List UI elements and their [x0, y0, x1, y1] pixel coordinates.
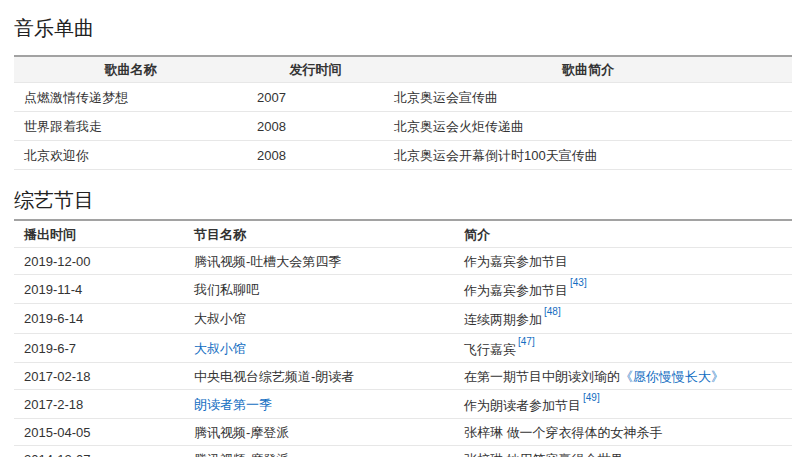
- reference-link[interactable]: [43]: [570, 277, 587, 288]
- intro-text: 飞行嘉宾: [464, 342, 516, 357]
- program-intro: 连续两期参加[48]: [454, 304, 792, 333]
- program-name: 腾讯视频-吐槽大会第四季: [184, 248, 454, 275]
- program-intro: 作为嘉宾参加节目: [454, 248, 792, 275]
- broadcast-time: 2014-12-07: [14, 446, 184, 457]
- program-name: 腾讯视频-摩登派: [184, 446, 454, 457]
- program-intro: 飞行嘉宾[47]: [454, 333, 792, 362]
- column-header-song-intro: 歌曲简介: [384, 56, 792, 83]
- broadcast-time: 2019-6-7: [14, 333, 184, 362]
- program-name-link[interactable]: 大叔小馆: [194, 341, 246, 356]
- song-intro: 北京奥运会火炬传递曲: [384, 112, 792, 141]
- column-header-intro: 简介: [454, 220, 792, 248]
- reference-link[interactable]: [48]: [544, 306, 561, 317]
- broadcast-time: 2017-2-18: [14, 389, 184, 418]
- broadcast-time: 2019-11-4: [14, 275, 184, 304]
- column-header-song-name: 歌曲名称: [14, 56, 247, 83]
- program-name: 大叔小馆: [184, 304, 454, 333]
- table-row: 点燃激情传递梦想 2007 北京奥运会宣传曲: [14, 83, 792, 112]
- table-row: 2017-02-18 中央电视台综艺频道-朗读者 在第一期节目中朗读刘瑜的《愿你…: [14, 362, 792, 389]
- program-intro: 张梓琳 她用笑容赢得全世界: [454, 446, 792, 457]
- reference-link[interactable]: [47]: [518, 336, 535, 347]
- table-header-row: 播出时间 节目名称 简介: [14, 220, 792, 248]
- song-name: 点燃激情传递梦想: [14, 83, 247, 112]
- release-time: 2008: [247, 141, 384, 170]
- variety-shows-table: 播出时间 节目名称 简介 2019-12-00 腾讯视频-吐槽大会第四季 作为嘉…: [14, 219, 792, 457]
- intro-text: 在第一期节目中朗读刘瑜的: [464, 369, 620, 384]
- table-row: 2019-12-00 腾讯视频-吐槽大会第四季 作为嘉宾参加节目: [14, 248, 792, 275]
- table-row: 2015-04-05 腾讯视频-摩登派 张梓琳 做一个穿衣得体的女神杀手: [14, 419, 792, 446]
- program-intro: 作为朗读者参加节目[49]: [454, 389, 792, 418]
- broadcast-time: 2019-12-00: [14, 248, 184, 275]
- column-header-program-name: 节目名称: [184, 220, 454, 248]
- section-title-variety-shows: 综艺节目: [14, 188, 792, 212]
- baike-content-page: 音乐单曲 歌曲名称 发行时间 歌曲简介 点燃激情传递梦想 2007 北京奥运会宣…: [0, 0, 810, 457]
- program-name: 我们私聊吧: [184, 275, 454, 304]
- program-name: 腾讯视频-摩登派: [184, 419, 454, 446]
- table-row: 2017-2-18 朗读者第一季 作为朗读者参加节目[49]: [14, 389, 792, 418]
- table-row: 2019-11-4 我们私聊吧 作为嘉宾参加节目[43]: [14, 275, 792, 304]
- intro-work-link[interactable]: 《愿你慢慢长大》: [620, 369, 724, 384]
- song-name: 北京欢迎你: [14, 141, 247, 170]
- table-header-row: 歌曲名称 发行时间 歌曲简介: [14, 56, 792, 83]
- table-row: 北京欢迎你 2008 北京奥运会开幕倒计时100天宣传曲: [14, 141, 792, 170]
- table-row: 2014-12-07 腾讯视频-摩登派 张梓琳 她用笑容赢得全世界: [14, 446, 792, 457]
- intro-text: 连续两期参加: [464, 313, 542, 328]
- song-intro: 北京奥运会宣传曲: [384, 83, 792, 112]
- program-name: 大叔小馆: [184, 333, 454, 362]
- program-name: 朗读者第一季: [184, 389, 454, 418]
- broadcast-time: 2019-6-14: [14, 304, 184, 333]
- broadcast-time: 2015-04-05: [14, 419, 184, 446]
- program-name: 中央电视台综艺频道-朗读者: [184, 362, 454, 389]
- release-time: 2007: [247, 83, 384, 112]
- column-header-release-time: 发行时间: [247, 56, 384, 83]
- release-time: 2008: [247, 112, 384, 141]
- table-row: 世界跟着我走 2008 北京奥运会火炬传递曲: [14, 112, 792, 141]
- music-singles-table: 歌曲名称 发行时间 歌曲简介 点燃激情传递梦想 2007 北京奥运会宣传曲 世界…: [14, 55, 792, 170]
- reference-link[interactable]: [49]: [583, 392, 600, 403]
- broadcast-time: 2017-02-18: [14, 362, 184, 389]
- program-intro: 在第一期节目中朗读刘瑜的《愿你慢慢长大》: [454, 362, 792, 389]
- program-name-link[interactable]: 朗读者第一季: [194, 397, 272, 412]
- song-intro: 北京奥运会开幕倒计时100天宣传曲: [384, 141, 792, 170]
- program-intro: 张梓琳 做一个穿衣得体的女神杀手: [454, 419, 792, 446]
- intro-text: 作为嘉宾参加节目: [464, 283, 568, 298]
- song-name: 世界跟着我走: [14, 112, 247, 141]
- table-row: 2019-6-7 大叔小馆 飞行嘉宾[47]: [14, 333, 792, 362]
- table-row: 2019-6-14 大叔小馆 连续两期参加[48]: [14, 304, 792, 333]
- program-intro: 作为嘉宾参加节目[43]: [454, 275, 792, 304]
- section-title-music-singles: 音乐单曲: [14, 16, 792, 40]
- intro-text: 作为朗读者参加节目: [464, 398, 581, 413]
- column-header-broadcast-time: 播出时间: [14, 220, 184, 248]
